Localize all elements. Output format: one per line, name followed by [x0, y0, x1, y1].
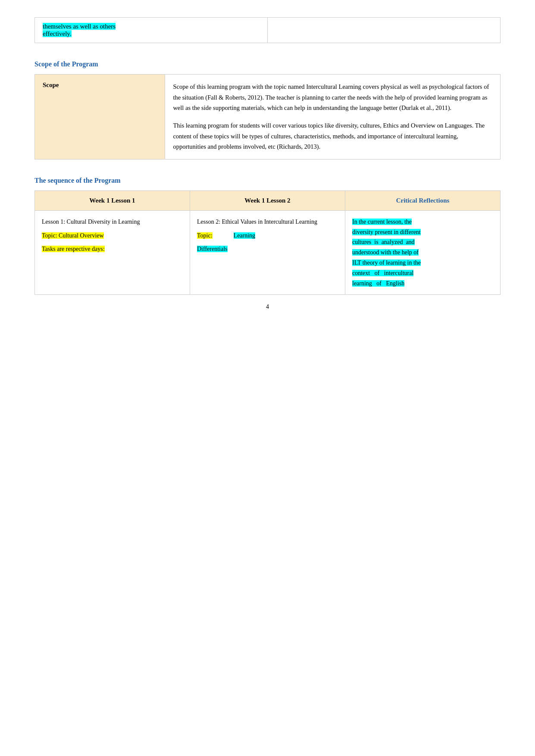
- top-partial-table: themselves as well as others effectively…: [34, 17, 501, 43]
- highlighted-text-line2: effectively.: [43, 30, 72, 37]
- top-line1: themselves as well as others: [43, 23, 260, 30]
- top-right-cell: [268, 18, 501, 43]
- critical-reflections-cell: In the current lesson, the diversity pre…: [345, 210, 501, 295]
- lesson2-topic-label: Topic:: [197, 232, 213, 239]
- lesson2-topic-learning: Learning: [234, 232, 256, 239]
- critical-text-6: context of intercultural: [352, 270, 413, 276]
- scope-section: Scope of the Program Scope Scope of this…: [34, 60, 501, 159]
- lesson1-title: Lesson 1: Cultural Diversity in Learning: [42, 217, 183, 227]
- scope-paragraph2: This learning program for students will …: [173, 120, 492, 152]
- col-header-week1-lesson1: Week 1 Lesson 1: [35, 191, 190, 210]
- scope-paragraph1: Scope of this learning program with the …: [173, 81, 492, 113]
- critical-text-2: diversity present in different: [352, 229, 421, 235]
- critical-text-3: cultures is analyzed and: [352, 239, 415, 245]
- sequence-table: Week 1 Lesson 1 Week 1 Lesson 2 Critical…: [34, 191, 501, 295]
- critical-text-7: learning of English: [352, 280, 404, 287]
- scope-content-cell: Scope of this learning program with the …: [165, 75, 501, 159]
- critical-text-4: understood with the help of: [352, 249, 419, 256]
- top-line2: effectively.: [43, 30, 260, 37]
- week1-lesson1-cell: Lesson 1: Cultural Diversity in Learning…: [35, 210, 190, 295]
- scope-label: Scope: [43, 81, 59, 88]
- lesson1-tasks: Tasks are respective days:: [42, 244, 183, 254]
- critical-line1: In the current lesson, the: [352, 217, 493, 227]
- sequence-section: The sequence of the Program Week 1 Lesso…: [34, 177, 501, 295]
- sequence-header: The sequence of the Program: [34, 177, 501, 184]
- lesson1-topic: Topic: Cultural Overview: [42, 231, 183, 241]
- lesson2-differentials: Differentials: [197, 244, 338, 254]
- highlighted-text-line1: themselves as well as others: [43, 23, 116, 30]
- lesson1-tasks-highlighted: Tasks are respective days:: [42, 246, 105, 252]
- critical-text-5: ILT theory of learning in the: [352, 259, 421, 266]
- lesson1-topic-highlighted: Topic: Cultural Overview: [42, 232, 104, 239]
- col-header-critical: Critical Reflections: [345, 191, 501, 210]
- critical-line5: ILT theory of learning in the: [352, 258, 493, 268]
- critical-line4: understood with the help of: [352, 247, 493, 258]
- col-header-week1-lesson2: Week 1 Lesson 2: [190, 191, 345, 210]
- critical-text-1: In the current lesson, the: [352, 219, 412, 225]
- critical-header-label: Critical Reflections: [396, 197, 450, 204]
- scope-table: Scope Scope of this learning program wit…: [34, 74, 501, 159]
- critical-line6: context of intercultural: [352, 268, 493, 278]
- critical-line7: learning of English: [352, 278, 493, 289]
- lesson2-differentials-highlighted: Differentials: [197, 246, 228, 252]
- week1-lesson2-cell: Lesson 2: Ethical Values in Intercultura…: [190, 210, 345, 295]
- scope-header: Scope of the Program: [34, 60, 501, 68]
- lesson2-title: Lesson 2: Ethical Values in Intercultura…: [197, 217, 338, 227]
- top-left-cell: themselves as well as others effectively…: [35, 18, 268, 43]
- critical-line3: cultures is analyzed and: [352, 237, 493, 247]
- critical-line2: diversity present in different: [352, 227, 493, 237]
- lesson2-topic: Topic: Learning: [197, 231, 338, 241]
- page-number: 4: [34, 303, 501, 310]
- scope-label-cell: Scope: [35, 75, 165, 159]
